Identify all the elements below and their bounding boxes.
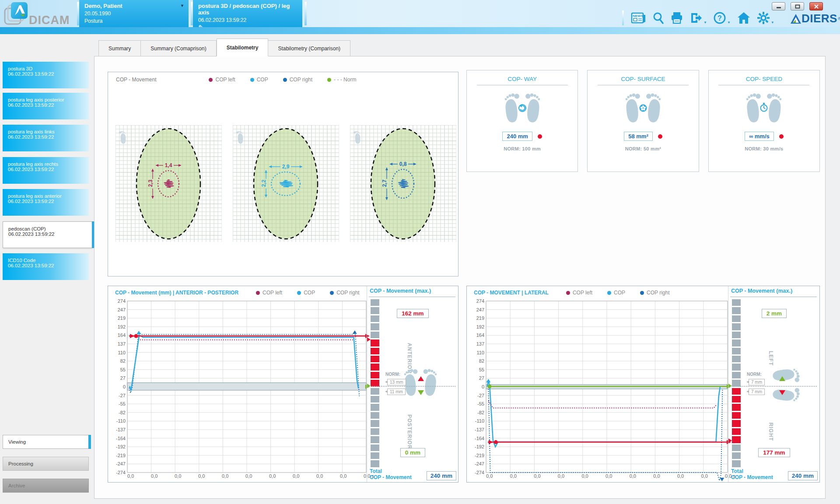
y-tick-label: -219	[475, 453, 484, 458]
legend-dot	[566, 291, 570, 295]
home-icon[interactable]	[737, 11, 751, 24]
stat-card-title: COP- SURFACE	[588, 76, 698, 82]
x-axis: 0,00,00,00,00,00,00,00,00,00,00,0 s	[486, 473, 735, 479]
sidebar-item-postura-3d[interactable]: postura 3D 06.02.2023 13:59:22	[3, 62, 89, 88]
settings-caret-icon[interactable]: ▼	[771, 21, 774, 24]
stat-card-value: 240 mm	[502, 132, 532, 141]
sidebar-item-datetime: 06.02.2023 13:59:22	[8, 263, 89, 268]
news-icon[interactable]: NEWS	[631, 11, 646, 24]
strip-cell	[371, 420, 379, 427]
help-caret-icon[interactable]: ▼	[727, 21, 731, 24]
y-tick-label: 219	[118, 315, 126, 321]
sidebar-item-postura-leg-axis-rechts[interactable]: postura leg axis rechts 06.02.2023 13:59…	[3, 157, 89, 184]
y-tick-label: 55	[479, 367, 484, 372]
exam-selector[interactable]: postura 3D / pedoscan (COP) / leg axis 0…	[193, 0, 302, 27]
toolbar-separator	[622, 10, 624, 25]
patient-module: Postura	[84, 18, 184, 24]
anterior-posterior-chart-panel: COP - Movement (mm) | ANTERIOR - POSTERI…	[108, 286, 458, 483]
max-value-bottom: 177 mm	[758, 448, 790, 457]
strip-arrow-icon	[728, 438, 732, 443]
y-tick-label: 137	[118, 341, 126, 346]
mode-button-processing[interactable]: Processing	[3, 457, 89, 471]
direction-triangle-up-icon	[779, 376, 785, 381]
legend-label: COP right	[336, 290, 359, 296]
strip-cell	[732, 460, 741, 467]
tab-stabilometry-comparison-[interactable]: Stabilometry (Comparison)	[268, 40, 350, 56]
y-tick-label: 55	[120, 367, 126, 372]
y-tick-label: 82	[479, 358, 484, 364]
strip-cell	[371, 396, 379, 402]
y-tick-label: -110	[116, 418, 126, 424]
total-label-1: Total	[731, 468, 773, 474]
x-tick-label: 0,0	[653, 473, 660, 479]
strip-cell	[732, 412, 741, 419]
y-tick-label: -164	[475, 436, 484, 441]
legend-dot	[209, 78, 213, 82]
chart-legend: COP leftCOPCOP right	[256, 290, 374, 296]
status-dot	[779, 134, 784, 139]
mode-button-viewing[interactable]: Viewing	[3, 435, 89, 449]
minimize-button[interactable]	[772, 2, 785, 10]
total-row: Total COP - Movement 240 mm	[370, 468, 456, 480]
strip-cell	[371, 323, 379, 330]
total-value: 240 mm	[427, 471, 456, 480]
export-icon[interactable]: ▼	[690, 11, 707, 24]
y-tick-label: -27	[119, 393, 126, 398]
y-tick-label: -55	[477, 401, 484, 406]
x-tick-label: 0,0	[175, 473, 181, 479]
strip-cell	[732, 404, 741, 410]
total-label-2: COP - Movement	[731, 474, 773, 480]
export-caret-icon[interactable]: ▼	[704, 21, 707, 24]
strip-arrow-icon	[367, 337, 371, 342]
sidebar-item-postura-leg-axis-links[interactable]: postura leg axis links 06.02.2023 13:59:…	[3, 125, 89, 151]
maximize-button[interactable]	[791, 2, 804, 10]
legend-dot	[297, 291, 301, 295]
movement-strip	[732, 299, 741, 467]
stat-card-title: COP- SPEED	[709, 76, 819, 82]
sidebar-item-label: postura leg axis anterior	[8, 193, 89, 199]
y-tick-label: 27	[120, 375, 126, 381]
x-tick-label: 0,0	[222, 473, 228, 479]
norm-tag-top: 7 mm	[749, 379, 765, 385]
sidebar: postura 3D 06.02.2023 13:59:22postura le…	[0, 34, 92, 504]
legend-label: COP	[257, 77, 268, 83]
sidebar-item-postura-leg-axis-posterior[interactable]: postura leg axis posterior 06.02.2023 13…	[3, 93, 89, 119]
print-icon[interactable]	[670, 11, 683, 24]
svg-text:0,8: 0,8	[399, 161, 407, 167]
cop-ellipse-plots: 1,4 2,3 2,9 2,2	[116, 125, 456, 242]
patient-dropdown-caret-icon[interactable]: ▼	[180, 4, 184, 8]
y-tick-label: 27	[479, 375, 484, 381]
tab-summary-comaprison-[interactable]: Summary (Comaprison)	[141, 40, 216, 56]
chart-legend: COP leftCOPCOP right	[566, 290, 685, 296]
x-tick-label: 0,0	[486, 473, 493, 479]
y-tick-label: -219	[116, 453, 126, 458]
tab-summary[interactable]: Summary	[98, 40, 141, 56]
chart-zone: COP - MOVEMENT | LATERAL COP leftCOPCOP …	[467, 286, 728, 482]
svg-text:2,2: 2,2	[261, 179, 267, 187]
cop-movement-max-panel: COP - Movement (max.) 162 mm ANTERIOR NO…	[367, 286, 458, 482]
chart-zone: COP - Movement (mm) | ANTERIOR - POSTERI…	[108, 286, 367, 482]
x-tick-label: 0,0	[677, 473, 684, 479]
tab-stabilometry[interactable]: Stabilometry	[217, 38, 269, 56]
total-value: 240 mm	[788, 471, 818, 480]
x-tick-label: 0,0	[127, 473, 134, 479]
svg-text:2,3: 2,3	[147, 179, 154, 187]
settings-icon[interactable]: ▼	[757, 11, 774, 24]
close-button[interactable]	[809, 2, 823, 10]
sidebar-item-pedoscan-cop-[interactable]: pedoscan (COP) 06.02.2023 13:59:22	[3, 221, 92, 248]
sidebar-item-icd10-code[interactable]: ICD10 Code 06.02.2023 13:59:22	[3, 253, 89, 280]
stat-card-rule	[718, 85, 809, 85]
strip-cell	[371, 404, 379, 410]
help-icon[interactable]: ? ▼	[713, 11, 731, 24]
legend-label: COP left	[215, 77, 235, 83]
patient-selector[interactable]: Demo, Patient 20.05.1990 Postura ▼	[79, 0, 189, 27]
y-tick-label: -110	[475, 418, 484, 424]
sidebar-item-postura-leg-axis-anterior[interactable]: postura leg axis anterior 06.02.2023 13:…	[3, 189, 89, 216]
cop-movement-legend: COP leftCOPCOP right- - - Norm	[209, 77, 371, 83]
x-tick-label: 0,0	[630, 473, 636, 479]
y-tick-label: -192	[475, 444, 484, 449]
search-icon[interactable]	[652, 11, 664, 24]
stat-card-norm: NORM: 100 mm	[467, 146, 578, 151]
tab-bar: SummarySummary (Comaprison)StabilometryS…	[98, 40, 350, 56]
mode-button-archive[interactable]: Archive	[3, 479, 89, 493]
